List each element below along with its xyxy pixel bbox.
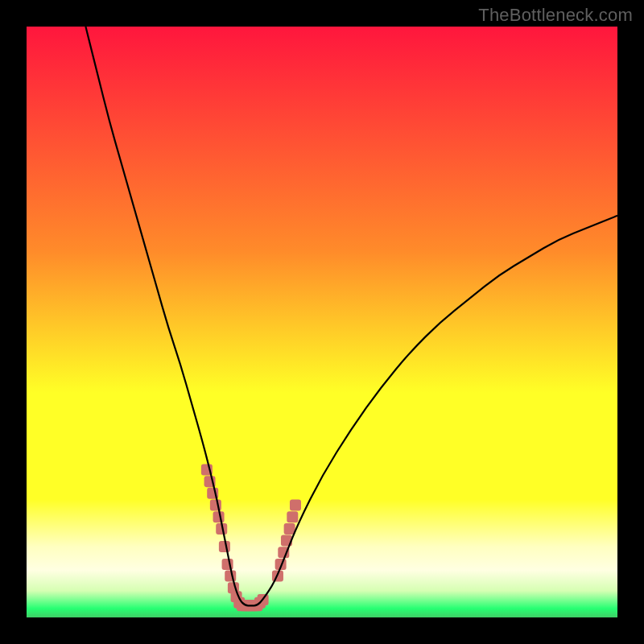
marker-dot xyxy=(290,500,301,511)
bottleneck-chart xyxy=(27,27,617,617)
chart-frame: TheBottleneck.com xyxy=(0,0,644,644)
marker-dot xyxy=(213,511,225,522)
marker-dot xyxy=(225,571,236,582)
gradient-background xyxy=(27,27,617,617)
marker-dot xyxy=(219,541,230,552)
marker-dot xyxy=(284,523,295,535)
watermark-text: TheBottleneck.com xyxy=(478,5,633,26)
marker-dot xyxy=(287,511,298,522)
